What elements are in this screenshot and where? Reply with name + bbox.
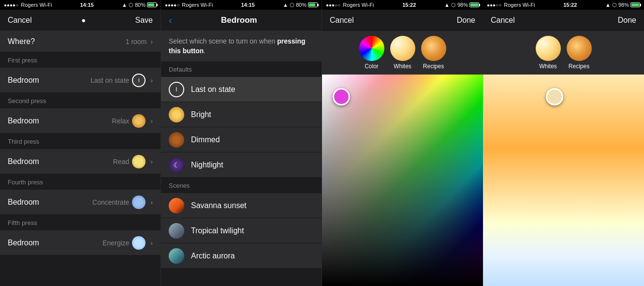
first-press-room: Bedroom — [8, 76, 39, 85]
fifth-press-room: Bedroom — [8, 239, 39, 247]
second-press-row[interactable]: Bedroom Relax › — [0, 108, 161, 134]
status-bar-1: ●●●●○ Rogers Wi-Fi 14:15 ▲ ⬡ 80% — [0, 0, 161, 10]
status-bar-3: ●●●○○ Rogers Wi-Fi 15:22 ▲ ⬡ 98% — [322, 0, 483, 10]
type-whites-4[interactable]: Whites — [536, 36, 561, 70]
where-label: Where? — [8, 37, 35, 46]
panel2-title: Bedroom — [176, 15, 302, 25]
recipes-label: Recipes — [423, 63, 444, 70]
recipes-label-4: Recipes — [569, 63, 589, 70]
second-press-header: Second press — [0, 93, 161, 108]
done-button-3[interactable]: Done — [457, 16, 475, 25]
arctic-name: Arctic aurora — [191, 252, 235, 260]
last-on-name: Last on state — [191, 85, 235, 94]
scene-savanna[interactable]: Savanna sunset — [161, 193, 322, 218]
first-press-label: First press — [8, 57, 37, 64]
scene-arctic[interactable]: Arctic aurora — [161, 243, 322, 269]
cancel-button-3[interactable]: Cancel — [330, 16, 354, 25]
type-recipes-4[interactable]: Recipes — [567, 36, 592, 70]
status-bar-2: ●●●●○ Rogers Wi-Fi 14:15 ▲ ⬡ 80% — [161, 0, 322, 10]
color-cursor[interactable] — [333, 88, 350, 105]
second-press-label: Second press — [8, 97, 46, 105]
third-press-icon — [132, 155, 146, 168]
recipes-wheel-icon — [421, 36, 446, 61]
status-right-4: ▲ ⬡ 98% — [605, 2, 640, 8]
dimmed-icon — [169, 132, 184, 148]
savanna-icon — [169, 198, 184, 213]
whites-cursor[interactable] — [546, 88, 563, 105]
type-whites[interactable]: Whites — [390, 36, 415, 70]
third-press-label: Third press — [8, 138, 39, 145]
first-press-icon: I — [132, 74, 146, 87]
whites-canvas[interactable] — [483, 75, 644, 286]
back-button[interactable]: ‹ — [169, 15, 172, 26]
whites-wheel-icon-4 — [536, 36, 561, 61]
where-row[interactable]: Where? 1 room › — [0, 31, 161, 52]
scene-last-on-state[interactable]: I Last on state — [161, 77, 322, 102]
arctic-icon — [169, 248, 184, 264]
carrier-1: ●●●●○ — [4, 2, 18, 8]
whites-wheel-icon — [390, 36, 415, 61]
whites-label-4: Whites — [539, 63, 557, 70]
done-button-4[interactable]: Done — [618, 16, 636, 25]
bright-icon — [169, 107, 184, 122]
time-4: 15:22 — [563, 2, 577, 8]
panel2-navbar: ‹ Bedroom — [161, 10, 322, 31]
status-right-1: ▲ ⬡ 80% — [122, 2, 157, 8]
scene-list: Defaults I Last on state Bright Dimmed ☾… — [161, 61, 322, 286]
third-press-header: Third press — [0, 134, 161, 149]
time-2: 14:15 — [241, 2, 255, 8]
wifi-icon-1: Rogers Wi-Fi — [21, 2, 52, 8]
panel-2: ●●●●○ Rogers Wi-Fi 14:15 ▲ ⬡ 80% ‹ Bedro… — [161, 0, 322, 286]
fourth-press-header: Fourth press — [0, 174, 161, 190]
battery-icon-3 — [469, 2, 479, 7]
panel-1: ●●●●○ Rogers Wi-Fi 14:15 ▲ ⬡ 80% Cancel … — [0, 0, 161, 286]
scene-tropical[interactable]: Tropical twilight — [161, 218, 322, 243]
fourth-press-label: Fourth press — [8, 179, 43, 186]
cancel-button-4[interactable]: Cancel — [491, 16, 515, 25]
status-right-3: ▲ ⬡ 98% — [444, 2, 479, 8]
fifth-press-label: Fifth press — [8, 219, 37, 226]
third-press-row[interactable]: Bedroom Read › — [0, 149, 161, 174]
battery-text-1: 80% — [135, 2, 146, 8]
dimmed-name: Dimmed — [191, 135, 220, 144]
cancel-button[interactable]: Cancel — [8, 16, 32, 25]
last-on-icon: I — [169, 82, 184, 97]
whites-gradient — [483, 75, 644, 286]
nightlight-icon: ☾ — [169, 157, 184, 173]
status-left-4: ●●●○○ Rogers Wi-Fi — [487, 2, 535, 8]
where-value: 1 room › — [126, 38, 153, 45]
type-recipes[interactable]: Recipes — [421, 36, 446, 70]
savanna-name: Savanna sunset — [191, 201, 247, 210]
scene-nightlight[interactable]: ☾ Nightlight — [161, 152, 322, 178]
press-list: First press Bedroom Last on state I › Se… — [0, 52, 161, 286]
whites-label: Whites — [394, 63, 411, 70]
fifth-press-header: Fifth press — [0, 215, 161, 230]
color-gradient — [322, 75, 483, 286]
scene-bright[interactable]: Bright — [161, 102, 322, 127]
tropical-icon — [169, 223, 184, 239]
whites-type-selector: Whites Recipes — [483, 31, 644, 75]
type-color[interactable]: Color — [359, 36, 384, 70]
second-press-icon — [132, 114, 146, 128]
scenes-header: Scenes — [161, 178, 322, 193]
panel4-navbar: Cancel Done — [483, 10, 644, 31]
third-press-scene: Read › — [113, 155, 153, 168]
first-press-row[interactable]: Bedroom Last on state I › — [0, 68, 161, 93]
fourth-press-row[interactable]: Bedroom Concentrate › — [0, 190, 161, 215]
panel3-navbar: Cancel Done — [322, 10, 483, 31]
defaults-header-text: Defaults — [169, 66, 192, 73]
scenes-header-text: Scenes — [169, 182, 190, 189]
instruction-box: Select which scene to turn on when press… — [161, 31, 322, 61]
status-right-2: ▲ ⬡ 80% — [283, 2, 318, 8]
status-bar-4: ●●●○○ Rogers Wi-Fi 15:22 ▲ ⬡ 98% — [483, 0, 644, 10]
status-left-3: ●●●○○ Rogers Wi-Fi — [326, 2, 374, 8]
scene-dimmed[interactable]: Dimmed — [161, 127, 322, 152]
save-button[interactable]: Save — [135, 16, 153, 25]
color-canvas[interactable] — [322, 75, 483, 286]
defaults-header: Defaults — [161, 61, 322, 77]
fifth-press-row[interactable]: Bedroom Energize › — [0, 230, 161, 256]
status-left-1: ●●●●○ Rogers Wi-Fi — [4, 2, 52, 8]
fourth-press-icon — [132, 196, 146, 209]
fifth-press-icon — [132, 236, 146, 250]
arrow-icon-1: ▲ — [122, 2, 127, 8]
